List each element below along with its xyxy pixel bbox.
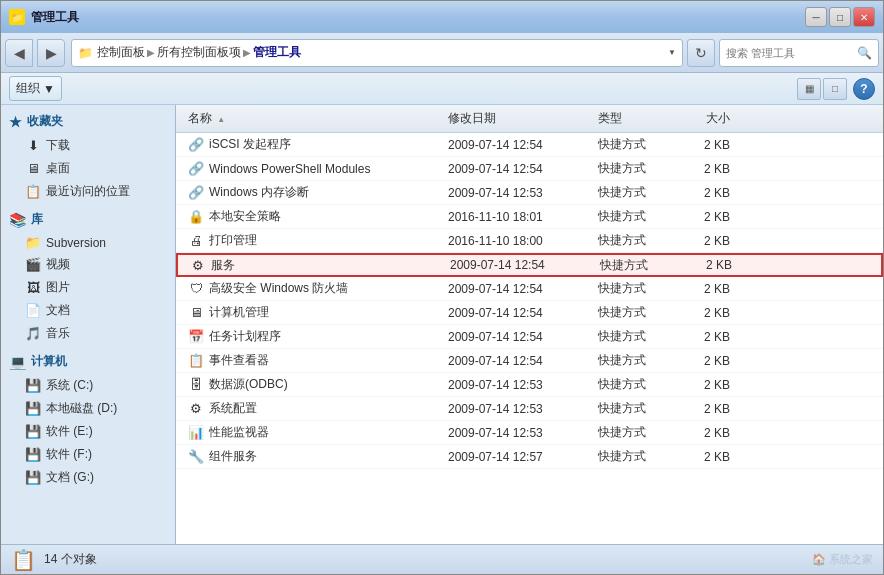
file-size: 2 KB (676, 258, 736, 272)
forward-button[interactable]: ▶ (37, 39, 65, 67)
file-icon: 🔗 (188, 137, 204, 153)
search-bar[interactable]: 🔍 (719, 39, 879, 67)
sidebar-item-documents-label: 文档 (46, 302, 70, 319)
breadcrumb-item-1[interactable]: 控制面板 (97, 44, 145, 61)
col-header-date[interactable]: 修改日期 (444, 110, 594, 127)
help-icon: ? (860, 82, 867, 96)
library-icon: 📚 (9, 212, 26, 228)
file-row[interactable]: 📅 任务计划程序 2009-07-14 12:54 快捷方式 2 KB (176, 325, 883, 349)
file-date: 2009-07-14 12:53 (444, 378, 594, 392)
help-button[interactable]: ? (853, 78, 875, 100)
file-name: 组件服务 (209, 448, 257, 465)
e-drive-icon: 💾 (25, 424, 41, 439)
file-date: 2009-07-14 12:53 (444, 402, 594, 416)
favorites-header[interactable]: ★ 收藏夹 (1, 109, 175, 134)
library-header[interactable]: 📚 库 (1, 207, 175, 232)
organize-button[interactable]: 组织 ▼ (9, 76, 62, 101)
file-date: 2016-11-10 18:01 (444, 210, 594, 224)
file-size: 2 KB (674, 210, 734, 224)
breadcrumb-item-2[interactable]: 所有控制面板项 (157, 44, 241, 61)
file-list: 名称 ▲ 修改日期 类型 大小 🔗 iSCSI 发起程序 2009-07-14 … (176, 105, 883, 544)
file-name: 服务 (211, 257, 235, 274)
file-row[interactable]: ⚙ 服务 2009-07-14 12:54 快捷方式 2 KB (176, 253, 883, 277)
sidebar-item-d-drive[interactable]: 💾 本地磁盘 (D:) (1, 397, 175, 420)
file-type: 快捷方式 (594, 160, 674, 177)
sidebar-item-video[interactable]: 🎬 视频 (1, 253, 175, 276)
file-icon: 🔗 (188, 185, 204, 201)
file-row[interactable]: 🔒 本地安全策略 2016-11-10 18:01 快捷方式 2 KB (176, 205, 883, 229)
back-icon: ◀ (14, 45, 25, 61)
sidebar-item-documents[interactable]: 📄 文档 (1, 299, 175, 322)
computer-header[interactable]: 💻 计算机 (1, 349, 175, 374)
file-date: 2009-07-14 12:57 (444, 450, 594, 464)
sidebar-item-music-label: 音乐 (46, 325, 70, 342)
minimize-button[interactable]: ─ (805, 7, 827, 27)
file-size: 2 KB (674, 234, 734, 248)
organize-label: 组织 (16, 80, 40, 97)
sidebar-item-c-label: 系统 (C:) (46, 377, 93, 394)
view-button-1[interactable]: ▦ (797, 78, 821, 100)
file-size: 2 KB (674, 186, 734, 200)
view-button-2[interactable]: □ (823, 78, 847, 100)
sidebar-item-subversion-label: Subversion (46, 236, 106, 250)
address-dropdown-icon[interactable]: ▼ (668, 48, 676, 57)
recent-icon: 📋 (25, 184, 41, 199)
sidebar-item-downloads[interactable]: ⬇ 下载 (1, 134, 175, 157)
file-row[interactable]: 🔧 组件服务 2009-07-14 12:57 快捷方式 2 KB (176, 445, 883, 469)
statusbar-icon: 📋 (11, 548, 36, 572)
music-icon: 🎵 (25, 326, 41, 341)
file-icon: 📅 (188, 329, 204, 345)
col-header-size[interactable]: 大小 (674, 110, 734, 127)
file-size: 2 KB (674, 306, 734, 320)
file-row[interactable]: 📊 性能监视器 2009-07-14 12:53 快捷方式 2 KB (176, 421, 883, 445)
sidebar-item-f-drive[interactable]: 💾 软件 (F:) (1, 443, 175, 466)
file-icon: 📋 (188, 353, 204, 369)
file-type: 快捷方式 (594, 328, 674, 345)
file-date: 2016-11-10 18:00 (444, 234, 594, 248)
sidebar: ★ 收藏夹 ⬇ 下载 🖥 桌面 📋 最近访问的位置 (1, 105, 176, 544)
file-type: 快捷方式 (594, 136, 674, 153)
file-name: 本地安全策略 (209, 208, 281, 225)
file-row[interactable]: 🗄 数据源(ODBC) 2009-07-14 12:53 快捷方式 2 KB (176, 373, 883, 397)
file-row[interactable]: 🖥 计算机管理 2009-07-14 12:54 快捷方式 2 KB (176, 301, 883, 325)
col-header-name[interactable]: 名称 ▲ (184, 110, 444, 127)
file-date: 2009-07-14 12:54 (444, 306, 594, 320)
back-button[interactable]: ◀ (5, 39, 33, 67)
sidebar-item-pictures[interactable]: 🖼 图片 (1, 276, 175, 299)
c-drive-icon: 💾 (25, 378, 41, 393)
file-row[interactable]: 🛡 高级安全 Windows 防火墙 2009-07-14 12:54 快捷方式… (176, 277, 883, 301)
refresh-button[interactable]: ↻ (687, 39, 715, 67)
file-row[interactable]: 🖨 打印管理 2016-11-10 18:00 快捷方式 2 KB (176, 229, 883, 253)
breadcrumb-item-3[interactable]: 管理工具 (253, 44, 301, 61)
sidebar-item-e-drive[interactable]: 💾 软件 (E:) (1, 420, 175, 443)
sidebar-item-desktop[interactable]: 🖥 桌面 (1, 157, 175, 180)
col-header-type[interactable]: 类型 (594, 110, 674, 127)
col-type-label: 类型 (598, 111, 622, 125)
file-row[interactable]: 🔗 Windows 内存诊断 2009-07-14 12:53 快捷方式 2 K… (176, 181, 883, 205)
address-bar[interactable]: 📁 控制面板 ▶ 所有控制面板项 ▶ 管理工具 ▼ (71, 39, 683, 67)
file-size: 2 KB (674, 354, 734, 368)
file-list-header: 名称 ▲ 修改日期 类型 大小 (176, 105, 883, 133)
sidebar-item-music[interactable]: 🎵 音乐 (1, 322, 175, 345)
search-input[interactable] (726, 47, 853, 59)
file-name: 高级安全 Windows 防火墙 (209, 280, 348, 297)
sidebar-item-subversion[interactable]: 📁 Subversion (1, 232, 175, 253)
file-date: 2009-07-14 12:53 (444, 426, 594, 440)
file-row[interactable]: ⚙ 系统配置 2009-07-14 12:53 快捷方式 2 KB (176, 397, 883, 421)
file-type: 快捷方式 (594, 208, 674, 225)
file-row[interactable]: 🔗 Windows PowerShell Modules 2009-07-14 … (176, 157, 883, 181)
breadcrumb-sep-1: ▶ (147, 47, 155, 58)
close-button[interactable]: ✕ (853, 7, 875, 27)
file-row[interactable]: 🔗 iSCSI 发起程序 2009-07-14 12:54 快捷方式 2 KB (176, 133, 883, 157)
maximize-button[interactable]: □ (829, 7, 851, 27)
search-icon[interactable]: 🔍 (857, 46, 872, 60)
favorites-icon: ★ (9, 114, 22, 130)
sidebar-item-g-drive[interactable]: 💾 文档 (G:) (1, 466, 175, 489)
file-row[interactable]: 📋 事件查看器 2009-07-14 12:54 快捷方式 2 KB (176, 349, 883, 373)
g-drive-icon: 💾 (25, 470, 41, 485)
subversion-icon: 📁 (25, 235, 41, 250)
sidebar-item-c-drive[interactable]: 💾 系统 (C:) (1, 374, 175, 397)
sidebar-item-recent[interactable]: 📋 最近访问的位置 (1, 180, 175, 203)
pictures-icon: 🖼 (25, 280, 41, 295)
view-icon-2: □ (832, 83, 838, 94)
